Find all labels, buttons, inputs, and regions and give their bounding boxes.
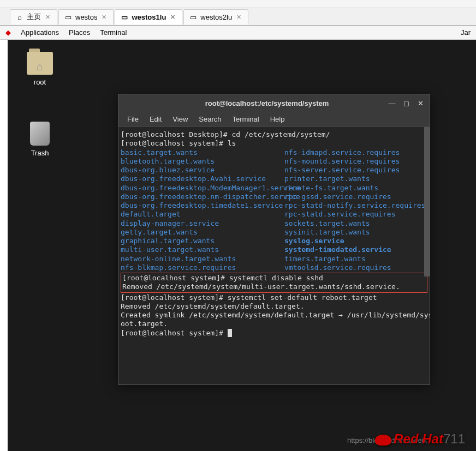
ls-entry: systemd-timedated.service <box>284 245 425 254</box>
ls-column-2: nfs-idmapd.service.requiresnfs-mountd.se… <box>284 148 425 273</box>
ls-entry: timers.target.wants <box>284 255 425 263</box>
minimize-button[interactable]: — <box>388 99 396 107</box>
ls-entry: nfs-server.service.requires <box>284 166 425 175</box>
tab-label: westos1lu <box>132 13 166 21</box>
menu-search[interactable]: Search <box>194 113 225 125</box>
terminal-prompt-line: [root@localhost system]# <box>121 329 427 338</box>
terminal-line: [root@localhost system]# systemctl disab… <box>122 274 426 282</box>
redhat-logo: Red Hat711 <box>375 431 465 447</box>
terminal-menubar: File Edit View Search Terminal Help <box>118 112 430 127</box>
desktop-icon-label: root <box>34 78 46 86</box>
activities-icon[interactable]: ◆ <box>5 28 11 37</box>
ls-entry: remote-fs.target.wants <box>284 184 425 193</box>
ls-entry: dbus-org.freedesktop.nm-dispatcher.servi… <box>121 193 284 201</box>
trash-icon <box>30 122 50 146</box>
gnome-top-bar: ◆ Applications Places Terminal Jar <box>0 26 476 40</box>
desktop-icon-root[interactable]: ⌂ root <box>21 52 59 86</box>
ls-output: basic.target.wantsbluetooth.target.wants… <box>121 148 427 273</box>
ls-entry: rpc-statd-notify.service.requires <box>284 201 425 210</box>
ls-entry: getty.target.wants <box>121 228 284 237</box>
screen-icon: ▭ <box>64 13 72 21</box>
prompt-text: [root@localhost system]# <box>121 329 228 337</box>
terminal-line: [root@localhost Desktop]# cd /etc/system… <box>121 130 427 139</box>
ls-entry: display-manager.service <box>121 219 284 228</box>
folder-icon: ⌂ <box>27 52 53 75</box>
window-title: root@localhost:/etc/systemd/system <box>146 99 388 107</box>
tab-label: westos2lu <box>200 13 232 21</box>
menu-terminal[interactable]: Terminal <box>100 28 127 37</box>
tab-home[interactable]: ⌂ 主页 ✕ <box>10 9 57 25</box>
tab-label: 主页 <box>27 12 41 22</box>
ls-entry: bluetooth.target.wants <box>121 157 284 166</box>
ls-entry: printer.target.wants <box>284 175 425 183</box>
close-icon[interactable]: ✕ <box>100 13 108 22</box>
close-icon[interactable]: ✕ <box>235 13 242 22</box>
ls-entry: dbus-org.freedesktop.Avahi.service <box>121 175 284 183</box>
terminal-titlebar[interactable]: root@localhost:/etc/systemd/system — ◻ ✕ <box>118 94 430 112</box>
desktop-icon-trash[interactable]: Trash <box>21 122 59 157</box>
tab-westos[interactable]: ▭ westos ✕ <box>58 9 114 25</box>
ls-entry: syslog.service <box>284 237 425 245</box>
terminal-content[interactable]: [root@localhost Desktop]# cd /etc/system… <box>118 127 430 384</box>
ls-entry: dbus-org.freedesktop.ModemManager1.servi… <box>121 184 284 193</box>
ls-entry: basic.target.wants <box>121 148 284 157</box>
highlighted-command-box: [root@localhost system]# systemctl disab… <box>121 273 427 293</box>
terminal-line: [root@localhost system]# ls <box>121 139 427 148</box>
ls-entry: sockets.target.wants <box>284 219 425 228</box>
terminal-line: oot.target. <box>121 320 427 328</box>
ls-entry: graphical.target.wants <box>121 237 284 245</box>
ls-entry: sysinit.target.wants <box>284 228 425 237</box>
watermark-suffix: 711 <box>443 431 465 446</box>
ls-entry: vmtoolsd.service.requires <box>284 263 425 272</box>
window-controls: — ◻ ✕ <box>388 99 424 107</box>
app-toolbar <box>0 0 476 8</box>
close-icon[interactable]: ✕ <box>44 13 51 22</box>
menu-applications[interactable]: Applications <box>21 28 59 37</box>
ls-column-1: basic.target.wantsbluetooth.target.wants… <box>121 148 284 273</box>
close-icon[interactable]: ✕ <box>169 13 176 22</box>
desktop-area: ⌂ root Trash root@localhost:/etc/systemd… <box>8 40 476 451</box>
menu-places[interactable]: Places <box>69 28 90 37</box>
terminal-cursor <box>228 329 232 337</box>
terminal-line: Removed /etc/systemd/system/default.targ… <box>121 302 427 311</box>
terminal-line: [root@localhost system]# systemctl set-d… <box>121 293 427 302</box>
menu-help[interactable]: Help <box>266 113 289 125</box>
toolbar-icons <box>0 0 476 8</box>
ls-entry: nfs-mountd.service.requires <box>284 157 425 166</box>
close-button[interactable]: ✕ <box>416 99 424 107</box>
desktop-icon-label: Trash <box>31 149 49 157</box>
ls-entry: rpc-gssd.service.requires <box>284 193 425 201</box>
ls-entry: nfs-blkmap.service.requires <box>121 263 284 272</box>
ls-entry: default.target <box>121 210 284 219</box>
ls-entry: network-online.target.wants <box>121 255 284 263</box>
terminal-line: Removed /etc/systemd/system/multi-user.t… <box>122 282 426 291</box>
tab-westos1lu[interactable]: ▭ westos1lu ✕ <box>115 9 182 25</box>
terminal-line: Created symlink /etc/systemd/system/defa… <box>121 311 427 320</box>
menu-file[interactable]: File <box>123 113 143 125</box>
home-glyph-icon: ⌂ <box>37 61 43 73</box>
redhat-text: Red Hat <box>394 431 443 446</box>
vm-tabs-bar: ⌂ 主页 ✕ ▭ westos ✕ ▭ westos1lu ✕ ▭ westos… <box>0 8 476 26</box>
ls-entry: dbus-org.bluez.service <box>121 166 284 175</box>
ls-entry: nfs-idmapd.service.requires <box>284 148 425 157</box>
screen-icon: ▭ <box>121 13 128 21</box>
ls-entry: dbus-org.freedesktop.timedate1.service <box>121 201 284 210</box>
screen-icon: ▭ <box>189 13 197 21</box>
clock: Jar <box>461 28 471 37</box>
menu-view[interactable]: View <box>168 113 192 125</box>
terminal-window: root@localhost:/etc/systemd/system — ◻ ✕… <box>118 94 430 385</box>
maximize-button[interactable]: ◻ <box>402 99 410 107</box>
home-icon: ⌂ <box>16 13 23 21</box>
ls-entry: multi-user.target.wants <box>121 245 284 254</box>
menu-terminal[interactable]: Terminal <box>228 113 264 125</box>
tab-westos2lu[interactable]: ▭ westos2lu ✕ <box>183 9 248 25</box>
ls-entry: rpc-statd.service.requires <box>284 210 425 219</box>
terminal-scrollbar[interactable] <box>424 127 430 276</box>
menu-edit[interactable]: Edit <box>145 113 166 125</box>
tab-label: westos <box>75 13 97 21</box>
